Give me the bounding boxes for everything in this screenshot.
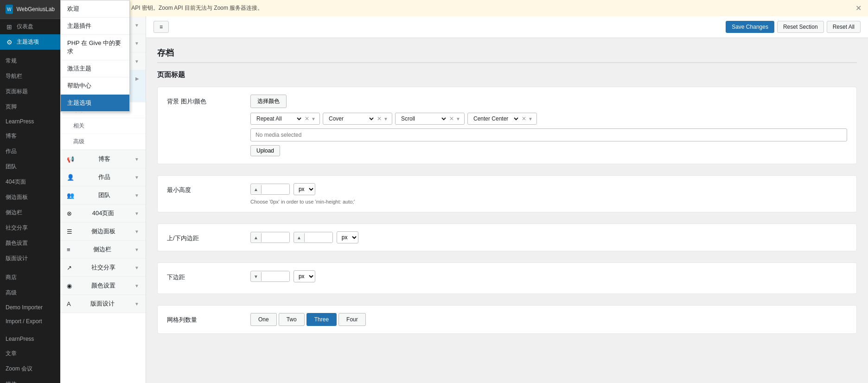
bottom-margin-input[interactable]: 40 — [262, 271, 289, 281]
left-sidebar: W WebGeniusLab ⊞ 仪表盘 ⚙ 主题选项 常规 导航栏 页面标题 … — [0, 0, 60, 383]
nav-sub-item-related[interactable]: 相关 — [60, 118, 146, 134]
alert-close-button[interactable]: ✕ — [855, 4, 862, 13]
sidebar-item-sidebar[interactable]: 侧边栏 — [0, 205, 60, 220]
center-select-wrapper: Center Center ✕ ▼ — [467, 113, 537, 125]
sidebar-item-label: 文章 — [6, 350, 17, 357]
sidebar-item-learnpress[interactable]: LearnPress — [0, 115, 60, 128]
sidebar-item-label: 侧边面板 — [6, 193, 28, 201]
min-height-up-arrow[interactable]: ▲ — [251, 185, 262, 194]
sidebar-item-demo-importer[interactable]: Demo Importer — [0, 300, 60, 314]
nav-group-portfolio-header[interactable]: 👤 作品 ▼ — [60, 168, 146, 186]
alert-bar: 请检查您的互联网连接或 API 密钥。Zoom API 目前无法与 Zoom 服… — [60, 0, 868, 16]
form-row-bottom-margin: 下边距 ▼ 40 px % — [157, 262, 857, 294]
sidebar-item-general[interactable]: 常规 — [0, 53, 60, 69]
sidebar-item-dashboard[interactable]: ⊞ 仪表盘 — [0, 19, 60, 34]
sidebar-item-label: Demo Importer — [6, 304, 43, 311]
sidebar-item-page-title[interactable]: 页面标题 — [0, 84, 60, 99]
chevron-down-icon: ▼ — [134, 247, 139, 252]
sidebar-item-import-export[interactable]: Import / Export — [0, 314, 60, 328]
sidebar-item-theme-options[interactable]: ⚙ 主题选项 — [0, 34, 60, 50]
sidebar-item-social[interactable]: 社交分享 — [0, 220, 60, 236]
center-select[interactable]: Center Center — [472, 115, 520, 122]
collapse-button[interactable]: ≡ — [153, 21, 169, 33]
sidebar-item-learnpress-2[interactable]: LearnPress — [0, 332, 60, 346]
brand-header[interactable]: W WebGeniusLab — [0, 0, 60, 19]
center-clear-icon[interactable]: ✕ — [522, 115, 526, 122]
padding-top-input[interactable]: 40 — [262, 232, 289, 243]
sidebar-item-advanced[interactable]: 高级 — [0, 285, 60, 300]
min-height-unit-select[interactable]: px % vh — [294, 183, 315, 195]
bottom-margin-down-arrow[interactable]: ▼ — [251, 272, 262, 281]
chevron-down-icon: ▼ — [134, 157, 139, 162]
sidebar-item-404[interactable]: 404页面 — [0, 174, 60, 190]
nav-group-layout: A 版面设计 ▼ — [60, 295, 146, 313]
grid-btn-one[interactable]: One — [250, 313, 277, 326]
dropdown-item-theme-plugins[interactable]: 主题插件 — [61, 18, 129, 35]
sidebar-item-side-panel[interactable]: 侧边面板 — [0, 190, 60, 205]
sidebar-item-label: LearnPress — [6, 118, 34, 125]
sidebar-item-posts[interactable]: 文章 — [0, 346, 60, 361]
dropdown-item-welcome[interactable]: 欢迎 — [61, 0, 129, 18]
sidebar-item-media[interactable]: 媒体 — [0, 377, 60, 383]
reset-all-button[interactable]: Reset All — [827, 21, 861, 33]
nav-group-layout-header[interactable]: A 版面设计 ▼ — [60, 295, 146, 313]
padding-bottom-arrow[interactable]: ▲ — [294, 233, 305, 242]
padding-number-row: ▲ 40 ▲ 50 px % — [250, 231, 847, 243]
nav-sub-item-advanced[interactable]: 高级 — [60, 134, 146, 150]
main-wrapper: 请检查您的互联网连接或 API 密钥。Zoom API 目前无法与 Zoom 服… — [60, 0, 868, 383]
cover-select[interactable]: Cover — [327, 115, 375, 122]
repeat-select[interactable]: Repeat All — [255, 115, 303, 122]
toolbar: ≡ Save Changes Reset Section Reset All — [146, 16, 868, 38]
sidebar-item-footer[interactable]: 页脚 — [0, 99, 60, 115]
scroll-clear-icon[interactable]: ✕ — [449, 115, 454, 122]
min-height-input[interactable]: 300 — [262, 184, 289, 194]
nav-group-sidebar-label: 侧边栏 — [93, 245, 111, 254]
upload-button[interactable]: Upload — [250, 145, 280, 156]
sidebar-item-colors[interactable]: 颜色设置 — [0, 236, 60, 251]
padding-top-arrow[interactable]: ▲ — [251, 233, 262, 242]
bottom-margin-unit-select[interactable]: px % — [294, 270, 315, 282]
chevron-down-icon: ▼ — [134, 211, 139, 216]
dropdown-item-activate[interactable]: 激活主题 — [61, 60, 129, 77]
chevron-down-icon: ▼ — [134, 175, 139, 180]
dropdown-item-help[interactable]: 帮助中心 — [61, 77, 129, 95]
sidebar-item-label: 作品 — [6, 147, 17, 155]
nav-group-sidebar-header[interactable]: ≡ 侧边栏 ▼ — [60, 241, 146, 258]
nav-group-colors-header[interactable]: ◉ 颜色设置 ▼ — [60, 277, 146, 294]
sidebar-item-label: Import / Export — [6, 318, 42, 325]
bottom-margin-input-wrap: ▼ 40 — [250, 271, 290, 282]
sidebar-item-portfolio[interactable]: 作品 — [0, 144, 60, 159]
form-row-min-height: 最小高度 ▲ 300 px % vh — [157, 175, 857, 212]
nav-group-side-panel-label: 侧边面板 — [91, 227, 115, 236]
color-picker-button[interactable]: 选择颜色 — [250, 95, 287, 108]
padding-bottom-input[interactable]: 50 — [305, 232, 332, 243]
cover-clear-icon[interactable]: ✕ — [377, 115, 382, 122]
grid-btn-three[interactable]: Three — [306, 313, 337, 326]
save-changes-button[interactable]: Save Changes — [726, 21, 774, 33]
media-input[interactable] — [250, 128, 847, 141]
dropdown-item-php[interactable]: PHP 在 Give 中的要求 — [61, 35, 129, 60]
grid-btn-four[interactable]: Four — [338, 313, 366, 326]
repeat-clear-icon[interactable]: ✕ — [305, 115, 309, 122]
sidebar-item-navbar[interactable]: 导航栏 — [0, 69, 60, 84]
grid-columns-controls: One Two Three Four — [250, 313, 847, 326]
nav-group-social-header[interactable]: ↗ 社交分享 ▼ — [60, 259, 146, 276]
dropdown-item-theme-options[interactable]: 主题选项 — [61, 95, 129, 112]
padding-unit-select[interactable]: px % — [337, 231, 358, 243]
nav-group-blog-label: 博客 — [98, 155, 110, 163]
nav-group-team-header[interactable]: 👥 团队 ▼ — [60, 186, 146, 204]
grid-btn-two[interactable]: Two — [279, 313, 305, 326]
padding-label: 上/下内边距 — [167, 231, 250, 243]
sidebar-item-shop[interactable]: 商店 — [0, 270, 60, 285]
nav-group-404-header[interactable]: ⊗ 404页面 ▼ — [60, 204, 146, 222]
sidebar-icon: ≡ — [67, 246, 70, 253]
sidebar-item-blog[interactable]: 博客 — [0, 128, 60, 144]
sidebar-item-team[interactable]: 团队 — [0, 159, 60, 174]
nav-group-blog-header[interactable]: 📢 博客 ▼ — [60, 150, 146, 168]
nav-group-side-panel-header[interactable]: ☰ 侧边面板 ▼ — [60, 223, 146, 240]
scroll-select[interactable]: Scroll — [399, 115, 447, 122]
sidebar-item-layout[interactable]: 版面设计 — [0, 251, 60, 266]
sidebar-item-zoom[interactable]: Zoom 会议 — [0, 361, 60, 377]
sidebar-item-label: 主题选项 — [17, 38, 39, 46]
reset-section-button[interactable]: Reset Section — [777, 21, 824, 33]
